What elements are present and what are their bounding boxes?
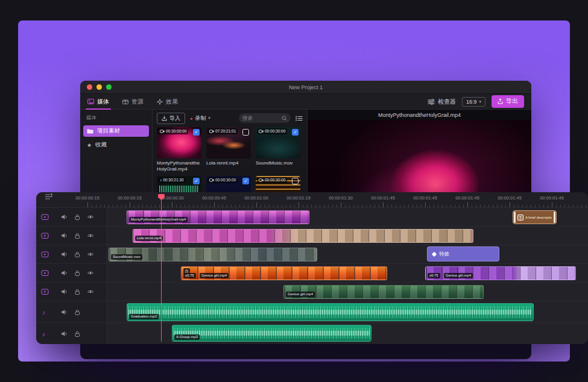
media-checkbox[interactable]: ✓ [193,178,200,184]
speaker-icon[interactable] [60,251,68,258]
clip-label: SoundMusic.mov [111,254,142,260]
clip-soundmusic[interactable]: SoundMusic.mov [109,248,317,261]
lock-icon[interactable] [74,308,81,316]
effects-tab-icon [157,99,163,105]
tab-media-label: 媒体 [97,98,109,106]
duration-badge: 00:00:30:00 [257,128,287,134]
speaker-icon[interactable] [60,330,68,337]
eye-icon[interactable] [87,269,94,277]
clip-label: A-Group.mp3 [174,334,200,340]
track-manager-icon[interactable] [45,193,53,200]
ruler-label: 00:00:01:15 [286,195,311,201]
track-header-audio-1: ♪ [36,301,107,323]
camera-icon [259,178,264,182]
clip-agroup-audio[interactable]: A-Group.mp3 [172,325,371,342]
desktop-background: New Project 1 媒体 资源 [18,20,570,362]
window-title: New Project 1 [80,84,531,90]
clip-effect[interactable]: 特效 [427,246,499,261]
lock-icon[interactable] [74,269,81,277]
lock-icon[interactable] [74,288,81,295]
media-thumbnail: 00:00:30:00 ✓ [256,127,300,158]
chevron-down-icon: ▾ [208,116,210,121]
clip-genius-purple[interactable]: x0.75 Genius girl.mp4 [425,266,576,280]
media-card-lola[interactable]: 07:20:21:01 Lola rennt.mp4 [206,127,251,172]
list-view-icon[interactable] [296,116,303,121]
clip-lola-rennt[interactable]: Lola rennt.mp4 [133,229,473,243]
ruler-label: 00:00:01:45 [413,195,437,201]
media-thumbnail: 07:20:21:01 [206,127,251,158]
music-note-icon: ♪ [160,178,162,183]
audio-track-icon: ♪ [42,308,45,315]
import-button[interactable]: 导入 [157,113,185,124]
lock-icon[interactable] [74,232,81,239]
clip-genius-orange[interactable]: x0.75 Genius girl.mp4 [181,266,387,280]
clip-montypython[interactable]: MontyPythonandtheHolyGrail.mp4 [127,210,309,224]
aspect-ratio-select[interactable]: 16:9 ▾ [462,97,485,107]
clip-label: Genius girl.mp4 [444,273,473,278]
sidebar-item-favorites[interactable]: ★ 收藏 [83,139,149,151]
eye-icon[interactable] [87,232,94,239]
media-tab-icon [87,99,94,104]
playhead-line[interactable] [161,198,162,342]
tab-effects[interactable]: 效果 [157,94,178,110]
track-header-video-4 [36,264,107,283]
ruler-label: 00:00:01:45 [455,195,479,201]
record-button[interactable]: ● 录制 ▾ [190,114,210,122]
lock-icon[interactable] [74,213,81,221]
chevron-down-icon: ▾ [479,99,481,104]
ruler-label: 00:00:01:45 [371,195,395,201]
lock-icon[interactable] [74,330,81,337]
text-clip-label: A brief description of the [525,216,552,219]
effect-icon [432,251,437,256]
clip-text-title[interactable]: T A brief description of the [513,210,557,224]
media-checkbox[interactable]: ✓ [193,129,200,136]
tab-media[interactable]: 媒体 [87,94,109,110]
speed-badge: x0.75 [183,273,196,278]
ruler-label: 00:00:00:15 [118,195,142,201]
media-toolbar: 导入 ● 录制 ▾ [157,113,303,124]
video-track-icon [41,269,49,277]
ruler-ticks-major [87,202,588,207]
eye-icon[interactable] [87,288,94,295]
lock-icon[interactable] [74,251,81,258]
clip-graduation-audio[interactable]: Graduation.mp3 [127,303,534,321]
media-checkbox[interactable] [292,178,299,184]
speaker-icon[interactable] [60,269,68,277]
export-icon [498,98,503,104]
stock-tab-icon [122,99,128,104]
folder-icon [87,128,93,134]
export-button[interactable]: 导出 [492,95,524,108]
media-card-soundmusic[interactable]: 00:00:30:00 ✓ SoundMusic.mov [256,127,300,172]
search-icon [282,116,287,121]
inspector-label: 检查器 [438,98,456,106]
clip-label: Genius girl.mp4 [286,292,315,297]
speaker-icon[interactable] [60,288,68,295]
ruler-label: 00:00:00:15 [75,195,100,201]
media-card-monty[interactable]: 00:30:00:00 ✓ MontyPythonandtheHolyGrail… [157,127,201,172]
speaker-icon[interactable] [60,232,68,239]
search-input[interactable] [242,115,279,121]
sliders-icon [428,99,435,105]
sidebar-item-project-media[interactable]: 项目素材 [83,125,149,137]
eye-icon[interactable] [87,251,94,258]
speaker-icon[interactable] [60,308,68,316]
speaker-icon[interactable] [60,213,68,221]
timeline-ruler[interactable]: 00:00:00:15 00:00:00:15 00:00:00:30 00:0… [36,192,588,208]
clip-genius-green[interactable]: Genius girl.mp4 [283,285,484,299]
search-field[interactable] [239,113,291,123]
camera-icon [209,178,214,182]
clip-label: Graduation.mp3 [129,314,159,319]
media-card-name: SoundMusic.mov [256,160,300,166]
clip-label: MontyPythonandtheHolyGrail.mp4 [129,217,188,222]
import-label: 导入 [169,114,180,122]
video-track-icon [41,213,49,221]
record-label: 录制 [195,114,206,122]
media-checkbox[interactable] [242,129,249,136]
media-checkbox[interactable]: ✓ [292,129,299,136]
eye-icon[interactable] [87,213,94,221]
ruler-label: 00:00:01:00 [244,195,268,201]
inspector-button[interactable]: 检查器 [428,98,456,106]
media-checkbox[interactable]: ✓ [242,178,249,184]
tab-stock[interactable]: 资源 [122,94,144,110]
export-label: 导出 [506,97,518,105]
